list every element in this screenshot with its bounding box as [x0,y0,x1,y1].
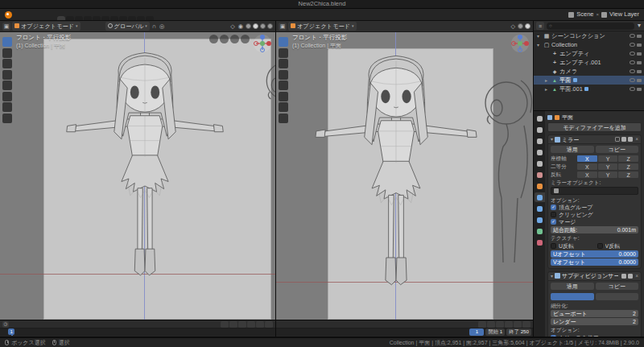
solid-shading-icon[interactable] [525,23,530,29]
axis-x-toggle[interactable]: X [577,163,597,170]
hide-icon[interactable] [630,34,635,38]
disable-render-icon[interactable] [637,43,642,47]
editor-type-icon[interactable]: ▣ [279,23,287,31]
option-checkbox-row[interactable]: V反転 [595,242,642,250]
subdiv-mode-button[interactable] [551,293,594,300]
axis-gizmo[interactable] [510,34,530,53]
topbar-menu[interactable] [44,13,51,16]
scene-unlink-icon[interactable]: × [597,12,600,17]
workspace-tab[interactable] [84,16,92,20]
nav-button[interactable] [220,35,229,43]
blender-logo-icon[interactable] [5,11,12,19]
tool-button[interactable] [2,37,12,47]
tool-button[interactable] [279,92,288,101]
hide-icon[interactable] [630,43,635,47]
overlays-toggle-icon[interactable]: ◉ [237,23,244,29]
properties-tab[interactable] [535,147,545,157]
workspace-tab[interactable] [137,16,145,20]
proportional-edit-icon[interactable]: ◎ [159,23,165,29]
workspace-tab[interactable] [57,16,65,20]
frame-end-field[interactable]: 終了250 [506,328,531,335]
solid-shading-icon[interactable] [253,23,258,29]
properties-tab[interactable] [535,159,545,168]
workspace-tab[interactable] [101,16,109,20]
workspace-tab[interactable] [110,16,118,20]
disclosure-icon[interactable] [537,43,542,48]
transport-button[interactable] [478,321,486,328]
viewport-canvas[interactable]: フロント・平行投影 (1) Collection | 平面 [0,32,275,320]
transport-button[interactable] [238,321,246,328]
viewport-menu[interactable] [82,25,87,27]
transport-button[interactable] [265,321,273,328]
workspace-tab[interactable] [128,16,136,20]
delete-modifier-icon[interactable]: × [635,274,638,279]
render-toggle-icon[interactable] [628,137,633,142]
outliner-row[interactable]: シーンコレクション [534,31,644,40]
properties-tab[interactable] [535,125,545,134]
copy-button[interactable]: コピー [596,283,639,290]
checkbox[interactable] [551,243,556,249]
disable-render-icon[interactable] [637,88,642,91]
outliner-row[interactable]: Collection [534,40,644,49]
transport-button[interactable] [229,321,237,328]
tool-button[interactable] [2,92,12,101]
hide-icon[interactable] [630,52,635,56]
wireframe-shading-icon[interactable] [518,23,523,29]
option-checkbox-row[interactable]: マージ [548,218,641,225]
material-preview-icon[interactable] [260,23,266,29]
tool-button[interactable] [279,102,288,112]
nav-button[interactable] [209,35,218,43]
timeline-ruler[interactable]: 1 [0,328,275,336]
gizmo-toggle-icon[interactable]: ◇ [229,23,236,29]
snap-magnet-icon[interactable]: ∩ [151,23,157,29]
properties-tab[interactable] [535,170,545,180]
axis-x-toggle[interactable]: X [577,171,597,178]
option-checkbox-row[interactable]: クリースを使用 [548,334,641,337]
disclosure-icon[interactable] [545,78,550,83]
rendered-shading-icon[interactable] [267,23,273,29]
workspace-tab[interactable] [66,16,74,20]
properties-tab[interactable] [535,215,545,225]
subdiv-level-field[interactable]: ビューポート 2 [551,310,638,317]
tool-button[interactable] [279,48,288,58]
viewport-menu[interactable] [369,25,374,27]
checkbox[interactable] [551,212,556,217]
copy-button[interactable]: コピー [596,146,639,153]
properties-tab[interactable] [535,226,545,236]
disable-render-icon[interactable] [637,61,642,64]
outliner-row[interactable]: カメラ [534,67,644,76]
tool-button[interactable] [279,70,288,80]
disable-render-icon[interactable] [637,70,642,73]
hide-icon[interactable] [630,69,635,73]
viewport-menu[interactable] [88,25,93,27]
collapse-icon[interactable]: ▾ [551,137,553,142]
checkbox[interactable] [551,219,556,225]
hide-icon[interactable] [630,60,635,64]
properties-tab[interactable] [535,181,545,191]
playhead[interactable]: 1 [11,328,13,336]
viewport-canvas[interactable]: フロント・平行投影 (1) Collection | 平面 [276,32,533,320]
checkbox[interactable] [551,335,556,337]
tool-button[interactable] [2,102,12,112]
nav-button[interactable] [241,35,250,43]
collapse-icon[interactable]: ▾ [551,274,553,279]
tool-button[interactable] [2,114,12,123]
topbar-menu[interactable] [37,13,43,16]
disclosure-icon[interactable] [545,87,550,92]
axis-y-toggle[interactable]: Y [598,171,618,178]
timeline-editor-icon[interactable]: ◷ [2,321,9,328]
outliner-row[interactable]: 平面 [534,76,644,85]
add-modifier-button[interactable]: モディファイアーを追加 [547,122,642,132]
timeline-menu[interactable] [16,324,21,325]
outliner-editor-icon[interactable]: ≡ [536,22,544,30]
disable-render-icon[interactable] [637,79,642,82]
workspace-tab[interactable] [93,16,101,20]
properties-tab[interactable] [535,114,545,123]
timeline-menu[interactable] [27,324,32,325]
character-model[interactable] [64,45,225,295]
workspace-tab[interactable] [146,16,154,20]
transport-button[interactable] [514,321,522,328]
option-checkbox-row[interactable]: クリッピング [548,211,641,218]
timeline-menu[interactable] [10,324,15,325]
transport-button[interactable] [487,321,495,328]
